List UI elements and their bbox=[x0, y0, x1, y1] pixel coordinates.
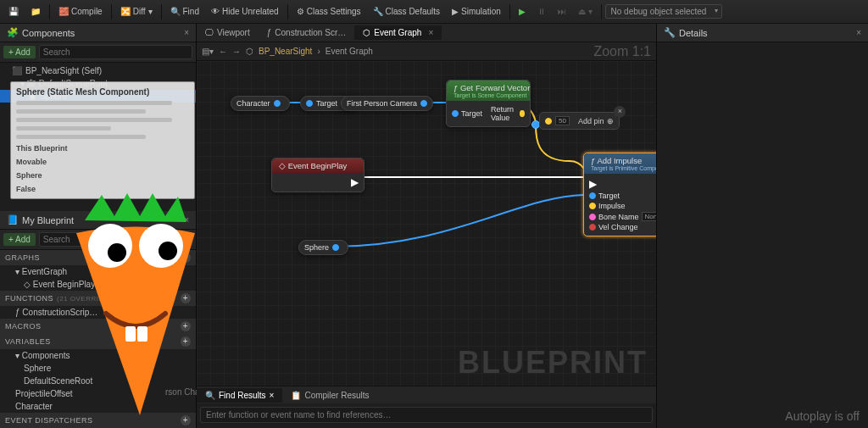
components-var-group[interactable]: ▾ Components bbox=[0, 349, 196, 362]
simulation-button[interactable]: ▶ Simulation bbox=[447, 4, 506, 19]
var-character[interactable]: Character bbox=[0, 400, 196, 413]
tab-find-results[interactable]: 🔍 Find Results × bbox=[197, 388, 282, 403]
tab-viewport[interactable]: 🖵 Viewport bbox=[197, 25, 259, 40]
find-results-search-input[interactable] bbox=[200, 407, 653, 423]
node-get-forward-vector[interactable]: ƒ Get Forward VectorTarget is Scene Comp… bbox=[446, 80, 531, 127]
add-blueprint-button[interactable]: + Add bbox=[3, 233, 36, 246]
components-icon: 🧩 bbox=[7, 27, 19, 38]
components-title: Components bbox=[22, 28, 75, 38]
details-tab[interactable]: 🔧 Details × bbox=[657, 24, 868, 42]
var-default-scene-root[interactable]: DefaultSceneRoot bbox=[0, 375, 196, 387]
event-graph-item[interactable]: ▾ EventGraph bbox=[0, 265, 196, 278]
tree-root[interactable]: ⬛ BP_NearSight (Self) bbox=[0, 64, 196, 77]
class-defaults-button[interactable]: 🔧 Class Defaults bbox=[368, 4, 445, 19]
graph-editor: 🖵 Viewport ƒ Construction Scr… ⬡ Event G… bbox=[197, 24, 656, 428]
blueprint-icon: 📘 bbox=[7, 214, 19, 225]
close-icon[interactable]: × bbox=[184, 28, 189, 37]
details-title: Details bbox=[679, 28, 708, 38]
nav-forward-icon[interactable]: → bbox=[232, 47, 241, 56]
breadcrumb-icon: ⬡ bbox=[246, 47, 253, 56]
nav-back-icon[interactable]: ← bbox=[219, 47, 227, 56]
results-panel: 🔍 Find Results × 📋 Compiler Results 🔭 bbox=[197, 386, 656, 428]
zoom-indicator: Zoom 1:1 bbox=[593, 44, 651, 59]
event-dispatchers-header[interactable]: EVENT DISPATCHERS+ bbox=[0, 413, 196, 428]
debug-object-dropdown[interactable]: No debug object selected bbox=[605, 4, 723, 19]
blueprint-watermark: BLUEPRINT bbox=[458, 345, 648, 381]
var-sphere[interactable]: Sphere bbox=[0, 362, 196, 375]
breadcrumb-graph[interactable]: Event Graph bbox=[326, 47, 373, 56]
breadcrumb-bp[interactable]: BP_NearSight bbox=[259, 47, 312, 56]
construction-script-item[interactable]: ƒ ConstructionScrip… bbox=[0, 306, 196, 319]
browse-icon[interactable]: 📁 bbox=[25, 4, 46, 19]
event-begin-play-item[interactable]: ◇ Event BeginPlay bbox=[0, 278, 196, 291]
component-search-input[interactable] bbox=[39, 45, 192, 59]
close-icon[interactable]: × bbox=[856, 28, 861, 37]
step-icon[interactable]: ⏭ bbox=[553, 4, 571, 19]
tab-compiler-results[interactable]: 📋 Compiler Results bbox=[282, 388, 377, 403]
nav-menu-icon[interactable]: ▤▾ bbox=[202, 47, 214, 56]
details-panel: 🔧 Details × bbox=[656, 24, 868, 428]
pause-icon[interactable]: ⏸ bbox=[532, 4, 551, 19]
add-icon[interactable]: + bbox=[181, 253, 191, 263]
blueprint-search-input[interactable] bbox=[39, 232, 192, 247]
macros-header[interactable]: MACROS+ bbox=[0, 319, 196, 334]
my-blueprint-title: My Blueprint bbox=[22, 215, 74, 225]
eject-icon[interactable]: ⏏ ▾ bbox=[573, 4, 598, 19]
diff-button[interactable]: 🔀 Diff ▾ bbox=[115, 4, 158, 19]
details-icon: 🔧 bbox=[664, 27, 676, 38]
component-tooltip: Sphere (Static Mesh Component) This Blue… bbox=[10, 81, 195, 199]
add-icon[interactable]: + bbox=[181, 293, 191, 303]
editor-tabs: 🖵 Viewport ƒ Construction Scr… ⬡ Event G… bbox=[197, 24, 656, 42]
tab-construction[interactable]: ƒ Construction Scr… bbox=[259, 25, 354, 40]
node-character-var[interactable]: Character bbox=[231, 96, 290, 111]
functions-header[interactable]: FUNCTIONS (21 OVERRID…+ bbox=[0, 291, 196, 306]
add-component-button[interactable]: + Add bbox=[3, 46, 36, 58]
close-icon[interactable]: × bbox=[614, 106, 626, 118]
compile-button[interactable]: 🧱 Compile bbox=[53, 4, 108, 19]
save-icon[interactable]: 💾 bbox=[3, 4, 24, 19]
my-blueprint-tab[interactable]: 📘 My Blueprint × bbox=[0, 211, 196, 230]
node-fp-camera-var[interactable]: First Person Camera bbox=[341, 96, 433, 111]
autoplay-status: Autoplay is off bbox=[785, 409, 860, 423]
node-multiply[interactable]: × 50 Add pin ⊕ bbox=[539, 112, 620, 130]
add-icon[interactable]: + bbox=[181, 415, 191, 425]
graphs-header[interactable]: GRAPHS+ bbox=[0, 250, 196, 265]
play-icon[interactable]: ▶ bbox=[514, 4, 531, 19]
node-add-impulse[interactable]: ƒ Add ImpulseTarget is Primitive Compo ▶… bbox=[583, 153, 656, 236]
find-button[interactable]: 🔍 Find bbox=[165, 4, 204, 19]
hide-unrelated-button[interactable]: 👁 Hide Unrelated bbox=[206, 4, 284, 19]
variables-header[interactable]: VARIABLES+ bbox=[0, 334, 196, 349]
add-icon[interactable]: + bbox=[181, 336, 191, 347]
add-icon[interactable]: + bbox=[181, 321, 191, 331]
node-sphere-var[interactable]: Sphere bbox=[298, 240, 348, 255]
components-tab[interactable]: 🧩 Components × bbox=[0, 24, 196, 42]
graph-nav-bar: ▤▾ ← → ⬡ BP_NearSight › Event Graph Zoom… bbox=[197, 42, 656, 61]
tab-event-graph[interactable]: ⬡ Event Graph × bbox=[354, 25, 442, 40]
class-settings-button[interactable]: ⚙ Class Settings bbox=[292, 4, 366, 19]
main-toolbar: 💾 📁 🧱 Compile 🔀 Diff ▾ 🔍 Find 👁 Hide Unr… bbox=[0, 0, 868, 24]
close-icon[interactable]: × bbox=[184, 215, 189, 225]
node-graph-canvas[interactable]: Character Target First Person Camera ƒ G… bbox=[197, 61, 656, 386]
node-event-begin-play[interactable]: ◇ Event BeginPlay ▶ bbox=[271, 158, 364, 192]
